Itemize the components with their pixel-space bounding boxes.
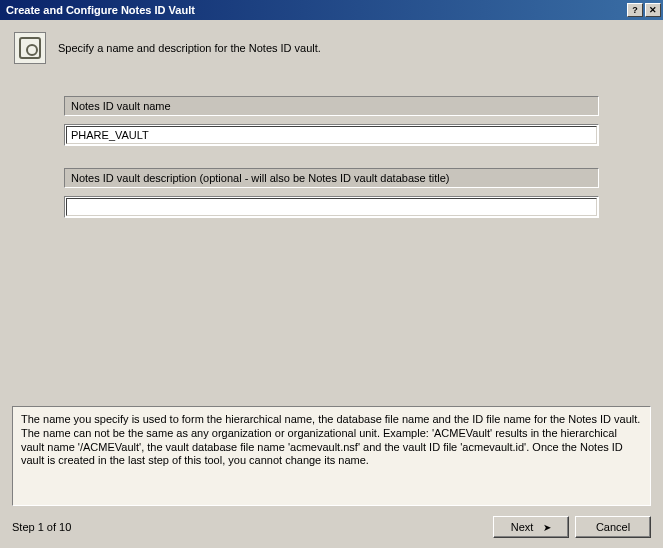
vault-desc-block: Notes ID vault description (optional - w… [64,168,599,218]
cancel-button[interactable]: Cancel [575,516,651,538]
close-button[interactable]: ✕ [645,3,661,17]
titlebar: Create and Configure Notes ID Vault ? ✕ [0,0,663,20]
cancel-button-label: Cancel [596,521,630,533]
vault-desc-input-wrap [64,196,599,218]
titlebar-buttons: ? ✕ [627,3,661,17]
header-row: Specify a name and description for the N… [8,28,655,68]
info-box: The name you specify is used to form the… [12,406,651,506]
vault-name-label: Notes ID vault name [64,96,599,116]
window-title: Create and Configure Notes ID Vault [6,4,627,16]
help-button[interactable]: ? [627,3,643,17]
vault-name-block: Notes ID vault name [64,96,599,146]
vault-desc-input[interactable] [66,198,597,216]
vault-desc-label: Notes ID vault description (optional - w… [64,168,599,188]
step-indicator: Step 1 of 10 [12,521,71,533]
vault-icon [14,32,46,64]
info-text: The name you specify is used to form the… [21,413,640,466]
instruction-text: Specify a name and description for the N… [58,42,321,54]
footer: Step 1 of 10 Next ➤ Cancel [12,516,651,538]
vault-name-input-wrap [64,124,599,146]
next-button[interactable]: Next ➤ [493,516,569,538]
next-arrow-icon: ➤ [543,522,551,533]
next-button-label: Next [511,521,534,533]
vault-name-input[interactable] [66,126,597,144]
dialog-body: Specify a name and description for the N… [0,20,663,548]
